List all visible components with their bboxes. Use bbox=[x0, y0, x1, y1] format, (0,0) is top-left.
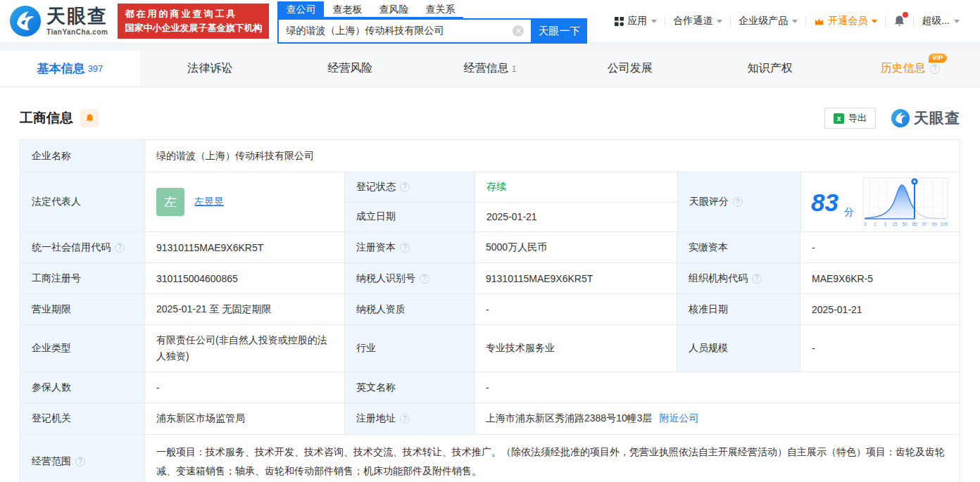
field-label: 人员规模 bbox=[677, 325, 800, 372]
nav-apps[interactable]: 应用 bbox=[607, 15, 665, 27]
search-tab-risk[interactable]: 查风险 bbox=[370, 1, 417, 17]
reg-number-value: 310115004600865 bbox=[144, 263, 344, 293]
field-label: 登记机关 bbox=[20, 403, 144, 434]
excel-icon: x bbox=[834, 113, 844, 124]
search-tab-company[interactable]: 查公司 bbox=[277, 1, 324, 17]
nav-super-vip[interactable]: 超级... bbox=[914, 15, 967, 27]
score-marker-pin-dot bbox=[913, 180, 915, 182]
label-text: 统一社会信用代码 bbox=[32, 241, 111, 254]
chevron-down-icon bbox=[717, 20, 722, 23]
tab-label: 基本信息 bbox=[37, 61, 85, 77]
logo-title: 天眼查 bbox=[46, 7, 108, 26]
org-code-value: MAE9X6KR-5 bbox=[800, 263, 960, 293]
field-label: 营业期限 bbox=[20, 294, 144, 324]
credit-code-value: 91310115MAE9X6KR5T bbox=[144, 232, 344, 262]
tab-history-info[interactable]: 历史信息 ? VIP bbox=[840, 51, 980, 87]
help-icon[interactable]: ? bbox=[400, 243, 410, 253]
help-icon[interactable]: ? bbox=[420, 274, 429, 284]
table-row: 统一社会信用代码 ? 91310115MAE9X6KR5T 注册资本 ? 500… bbox=[20, 232, 960, 262]
help-icon[interactable]: ? bbox=[115, 243, 125, 253]
reg-address-value: 上海市浦东新区秀浦路2388号10幢3层 bbox=[486, 412, 653, 425]
table-row: 营业期限 2025-01-21 至 无固定期限 纳税人资质 - 核准日期 202… bbox=[20, 293, 960, 324]
svg-text:97: 97 bbox=[922, 222, 927, 227]
help-icon[interactable]: ? bbox=[733, 197, 743, 207]
table-row: 参保人数 - 英文名称 - bbox=[20, 372, 960, 402]
chevron-down-icon bbox=[872, 20, 877, 23]
reg-authority-value: 浦东新区市场监管局 bbox=[144, 403, 344, 434]
svg-text:50: 50 bbox=[902, 222, 907, 227]
tab-count: 1 bbox=[511, 63, 516, 74]
legal-rep-cell: 左 左昱昱 bbox=[144, 172, 344, 232]
nav-notifications[interactable] bbox=[886, 15, 913, 27]
nav-partner[interactable]: 合作通道 bbox=[665, 15, 730, 27]
promo-line2: 国家中小企业发展子基金旗下机构 bbox=[125, 21, 262, 35]
tianyancha-logo-icon bbox=[10, 6, 41, 37]
help-icon[interactable]: ? bbox=[752, 274, 762, 284]
paid-capital-value: - bbox=[800, 232, 960, 262]
notification-dot bbox=[903, 12, 908, 18]
help-icon[interactable]: ? bbox=[400, 182, 410, 192]
main-content: 工商信息 x 导出 天眼查 bbox=[0, 106, 980, 482]
label-text: 组织机构代码 bbox=[689, 272, 748, 285]
label-text: 登记状态 bbox=[356, 181, 396, 194]
export-button[interactable]: x 导出 bbox=[824, 108, 876, 129]
tianyancha-logo[interactable]: 天眼查 TianYanCha.com bbox=[10, 6, 108, 37]
search-input[interactable] bbox=[277, 18, 531, 44]
search-button[interactable]: 天眼一下 bbox=[531, 18, 587, 44]
grid-icon bbox=[615, 17, 624, 26]
crown-icon bbox=[814, 17, 824, 26]
insured-count-value: - bbox=[144, 372, 344, 402]
tab-label: 法律诉讼 bbox=[187, 61, 232, 76]
search-tab-relation[interactable]: 查关系 bbox=[417, 1, 463, 17]
legal-rep-link[interactable]: 左昱昱 bbox=[194, 196, 224, 208]
search-area: 查公司 查老板 查风险 查关系 ✕ 天眼一下 bbox=[277, 1, 587, 44]
bell-icon bbox=[85, 113, 94, 123]
section-header: 工商信息 x 导出 天眼查 bbox=[20, 106, 960, 131]
field-label: 法定代表人 bbox=[20, 172, 144, 232]
staff-size-value: - bbox=[800, 325, 960, 372]
field-label: 纳税人识别号 ? bbox=[344, 263, 474, 293]
field-label: 行业 bbox=[344, 325, 474, 372]
business-term-value: 2025-01-21 至 无固定期限 bbox=[144, 294, 344, 324]
label-text: 天眼评分 bbox=[689, 196, 729, 208]
field-label: 经营范围 ? bbox=[20, 435, 144, 482]
help-icon[interactable]: ? bbox=[930, 64, 940, 74]
nav-open-vip[interactable]: 开通会员 bbox=[806, 15, 885, 27]
watermark-text: 天眼查 bbox=[914, 108, 960, 128]
nearby-companies-link[interactable]: 附近公司 bbox=[660, 412, 699, 425]
tab-intellectual-property[interactable]: 知识产权 bbox=[700, 51, 840, 87]
business-info-table: 企业名称 绿的谐波（上海）传动科技有限公司 法定代表人 左 左昱昱 登记状态 ?… bbox=[20, 139, 960, 482]
approval-date-value: 2025-01-21 bbox=[800, 294, 960, 324]
top-nav: 应用 合作通道 企业级产品 开通会员 bbox=[607, 15, 967, 27]
tab-company-development[interactable]: 公司发展 bbox=[560, 51, 700, 87]
tab-basic-info[interactable]: 基本信息 397 bbox=[0, 51, 140, 87]
subscribe-bell-button[interactable] bbox=[80, 109, 99, 127]
watermark-logo: 天眼查 bbox=[891, 108, 960, 128]
svg-text:100: 100 bbox=[941, 222, 948, 227]
label-text: 经营范围 bbox=[32, 455, 71, 468]
help-icon[interactable]: ? bbox=[75, 457, 85, 467]
tab-count: 397 bbox=[88, 63, 103, 74]
tab-legal[interactable]: 法律诉讼 bbox=[140, 51, 280, 87]
table-row: 企业类型 有限责任公司(非自然人投资或控股的法人独资) 行业 专业技术服务业 人… bbox=[20, 324, 960, 372]
chevron-down-icon bbox=[954, 20, 960, 23]
svg-text:85: 85 bbox=[912, 222, 917, 227]
nav-enterprise[interactable]: 企业级产品 bbox=[731, 15, 805, 27]
table-row: 成立日期 2025-01-21 bbox=[345, 202, 677, 232]
logo-text: 天眼查 TianYanCha.com bbox=[46, 7, 108, 36]
search-tab-boss[interactable]: 查老板 bbox=[324, 1, 370, 17]
field-label: 统一社会信用代码 ? bbox=[20, 232, 144, 262]
label-text: 注册地址 bbox=[356, 412, 396, 425]
reg-capital-value: 5000万人民币 bbox=[474, 232, 677, 262]
search-tabs: 查公司 查老板 查风险 查关系 bbox=[277, 1, 463, 18]
table-row: 登记机关 浦东新区市场监管局 注册地址 ? 上海市浦东新区秀浦路2388号10幢… bbox=[20, 402, 960, 434]
avatar[interactable]: 左 bbox=[156, 188, 184, 216]
score-cell: 83 分 bbox=[800, 172, 960, 232]
tab-operating-risk[interactable]: 经营风险 bbox=[280, 51, 420, 87]
taxpayer-id-value: 91310115MAE9X6KR5T bbox=[474, 263, 677, 293]
company-type-value: 有限责任公司(非自然人投资或控股的法人独资) bbox=[144, 325, 344, 372]
tab-business-info[interactable]: 经营信息 1 bbox=[420, 51, 560, 87]
field-label: 企业名称 bbox=[20, 140, 144, 172]
tianyancha-logo-icon bbox=[891, 109, 910, 127]
help-icon[interactable]: ? bbox=[400, 414, 410, 424]
